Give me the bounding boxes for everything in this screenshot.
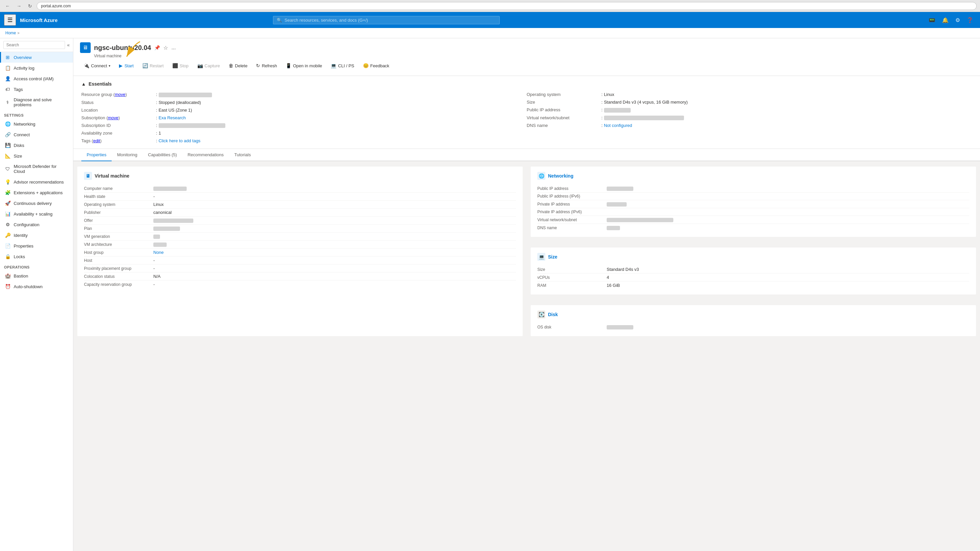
sidebar-label-diagnose: Diagnose and solve problems (14, 97, 69, 107)
sidebar-item-connect[interactable]: 🔗 Connect (0, 129, 73, 140)
access-control-icon: 👤 (5, 76, 10, 81)
rg-move-link[interactable]: move (115, 92, 125, 97)
add-tags-link[interactable]: Click here to add tags (159, 138, 200, 143)
sidebar-item-advisor[interactable]: 💡 Advisor recommendations (0, 176, 73, 187)
tab-capabilities[interactable]: Capabilities (5) (143, 149, 182, 161)
prop-offer: Offer (84, 216, 516, 224)
sidebar-item-access-control[interactable]: 👤 Access control (IAM) (0, 73, 73, 84)
essentials-title: Essentials (89, 81, 112, 87)
sidebar-item-diagnose[interactable]: ⚕ Diagnose and solve problems (0, 95, 73, 110)
url-bar[interactable] (37, 2, 977, 10)
sidebar-item-configuration[interactable]: ⚙ Configuration (0, 219, 73, 230)
size-icon: 📐 (5, 153, 10, 159)
prop-computer-name: Computer name (84, 184, 516, 192)
right-sections: 🌐 Networking Public IP address Public IP… (527, 161, 980, 341)
sidebar-item-availability[interactable]: 📊 Availability + scaling (0, 208, 73, 219)
sub-id-blurred (159, 123, 225, 128)
favorite-button[interactable]: ☆ (163, 44, 168, 51)
refresh-button[interactable]: ↻ Refresh (252, 61, 281, 70)
sidebar-label-bastion: Bastion (14, 273, 28, 278)
sidebar-item-defender[interactable]: 🛡 Microsoft Defender for Cloud (0, 161, 73, 176)
sidebar-item-overview[interactable]: ⊞ Overview (0, 52, 73, 63)
sidebar-item-size[interactable]: 📐 Size (0, 151, 73, 161)
sidebar-item-identity[interactable]: 🔑 Identity (0, 230, 73, 241)
sidebar-label-size: Size (14, 154, 22, 159)
more-options-button[interactable]: ... (171, 44, 176, 51)
back-button[interactable]: ← (3, 2, 12, 10)
net-vnet-blurred (607, 218, 673, 222)
prop-health-state: Health state - (84, 192, 516, 200)
cli-ps-button[interactable]: 💻 CLI / PS (327, 61, 358, 70)
pin-button[interactable]: 📌 (154, 45, 160, 50)
sidebar-item-continuous-delivery[interactable]: 🚀 Continuous delivery (0, 198, 73, 208)
resource-subtitle: Virtual machine (80, 54, 973, 58)
sidebar-search-input[interactable] (3, 41, 65, 49)
tags-edit-link[interactable]: edit (93, 138, 100, 143)
tab-properties[interactable]: Properties (81, 149, 112, 161)
disks-icon: 💾 (5, 143, 10, 148)
auto-shutdown-icon: ⏰ (5, 284, 10, 289)
essentials-chevron: ▲ (81, 81, 86, 87)
sidebar-item-tags[interactable]: 🏷 Tags (0, 84, 73, 95)
delete-button[interactable]: 🗑 Delete (225, 61, 251, 70)
cloud-shell-icon[interactable]: 📟 (926, 15, 938, 25)
overview-icon: ⊞ (5, 55, 10, 60)
sidebar-item-bastion[interactable]: 🏰 Bastion (0, 270, 73, 281)
feedback-btn-icon: 😊 (363, 63, 369, 68)
mobile-btn-icon: 📱 (286, 63, 291, 68)
open-mobile-button[interactable]: 📱 Open in mobile (282, 61, 326, 70)
sidebar-label-tags: Tags (14, 87, 23, 92)
hamburger-menu[interactable]: ☰ (4, 14, 16, 25)
breadcrumb-separator: > (18, 31, 19, 35)
essentials-header: ▲ Essentials (81, 81, 972, 87)
colocation-value: N/A (153, 274, 161, 279)
connect-icon: 🔗 (5, 132, 10, 137)
resource-actions: 🔌 Connect ▾ ▶ Start 🔄 Restart ⬛ Stop (80, 58, 973, 71)
sidebar-item-locks[interactable]: 🔒 Locks (0, 251, 73, 262)
forward-button[interactable]: → (15, 2, 23, 10)
networking-section-title: 🌐 Networking (537, 172, 969, 180)
tab-monitoring[interactable]: Monitoring (112, 149, 143, 161)
sidebar-item-properties[interactable]: 📄 Properties (0, 241, 73, 251)
cli-btn-icon: 💻 (331, 63, 336, 68)
net-dns: DNS name (537, 224, 969, 232)
sidebar-label-locks: Locks (14, 254, 25, 259)
restart-button[interactable]: 🔄 Restart (138, 61, 167, 70)
essentials-row-status: Status : Stopped (deallocated) (81, 100, 527, 105)
notifications-icon[interactable]: 🔔 (939, 15, 951, 25)
breadcrumb-home[interactable]: Home (5, 31, 16, 35)
sub-move-link[interactable]: move (108, 115, 118, 120)
dns-link[interactable]: Not configured (604, 123, 632, 128)
sidebar-label-connect: Connect (14, 132, 30, 137)
tab-recommendations[interactable]: Recommendations (182, 149, 229, 161)
feedback-button[interactable]: 😊 Feedback (360, 61, 393, 70)
stop-button[interactable]: ⬛ Stop (169, 61, 192, 70)
connect-button[interactable]: 🔌 Connect ▾ (80, 61, 114, 70)
host-group-link[interactable]: None (153, 250, 164, 255)
diagnose-icon: ⚕ (5, 100, 10, 105)
global-search-bar[interactable]: 🔍 (273, 16, 500, 24)
essentials-row-avail-zone: Availability zone : 1 (81, 130, 527, 136)
sidebar-item-activity-log[interactable]: 📋 Activity log (0, 63, 73, 73)
help-icon[interactable]: ❓ (964, 15, 976, 25)
size-section-icon: 💻 (537, 253, 545, 261)
sidebar-item-extensions[interactable]: 🧩 Extensions + applications (0, 187, 73, 198)
sidebar-label-properties: Properties (14, 243, 33, 249)
essentials-row-public-ip: Public IP address : (527, 107, 972, 113)
capture-button[interactable]: 📷 Capture (194, 61, 224, 70)
sidebar-item-auto-shutdown[interactable]: ⏰ Auto-shutdown (0, 281, 73, 292)
sidebar-label-networking: Networking (14, 122, 35, 127)
sidebar-collapse-button[interactable]: « (67, 42, 70, 48)
sidebar-item-networking[interactable]: 🌐 Networking (0, 119, 73, 129)
prop-colocation: Colocation status N/A (84, 273, 516, 281)
tab-tutorials[interactable]: Tutorials (229, 149, 256, 161)
settings-icon[interactable]: ⚙ (953, 15, 963, 25)
tags-icon: 🏷 (5, 87, 10, 92)
global-search-input[interactable] (285, 17, 496, 23)
properties-content: 🖥 Virtual machine Computer name Health s… (73, 161, 980, 341)
start-button[interactable]: ▶ Start (115, 61, 137, 70)
sidebar-item-disks[interactable]: 💾 Disks (0, 140, 73, 151)
subscription-link[interactable]: Exa Research (159, 115, 186, 120)
operations-section-header: Operations (0, 262, 73, 270)
refresh-button[interactable]: ↻ (26, 2, 34, 10)
